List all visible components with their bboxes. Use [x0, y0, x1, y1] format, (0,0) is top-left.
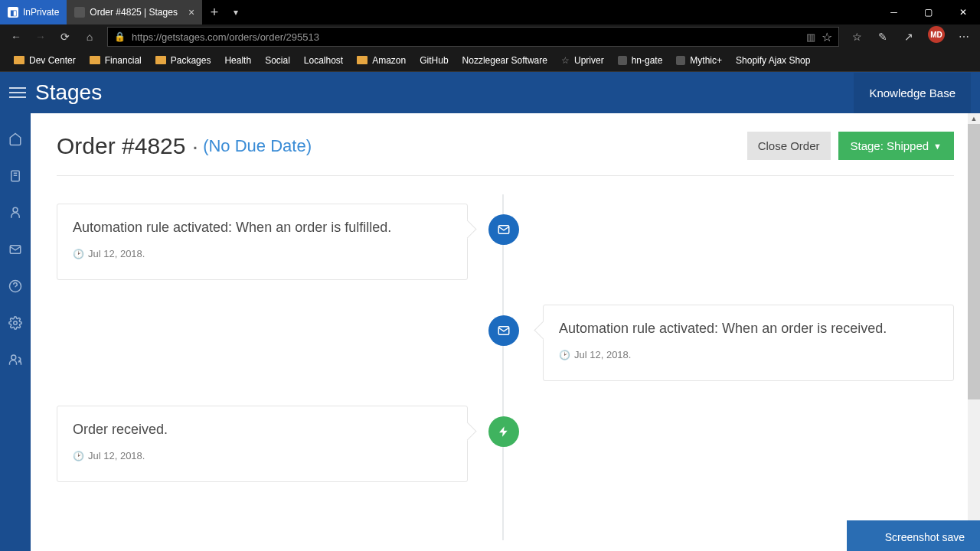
tab-close-icon[interactable]: ×: [188, 6, 194, 18]
bookmark-label: Financial: [105, 55, 142, 66]
minimize-icon[interactable]: ─: [877, 0, 911, 24]
bookmark-hn-gate[interactable]: hn-gate: [612, 51, 669, 70]
sidebar-customers-icon[interactable]: [8, 205, 23, 220]
bookmark-label: Localhost: [304, 55, 343, 66]
sidebar: [0, 113, 31, 551]
browser-navbar: ← → ⟳ ⌂ 🔒 https://getstages.com/orders/o…: [0, 24, 980, 49]
app-title: Stages: [35, 80, 102, 105]
tab-active-title: Order #4825 | Stages: [90, 7, 178, 18]
forward-button[interactable]: →: [29, 26, 52, 47]
refresh-button[interactable]: ⟳: [54, 26, 77, 47]
tab-inprivate-label: InPrivate: [23, 7, 59, 18]
bookmark-shopify[interactable]: Shopify Ajax Shop: [730, 51, 816, 70]
bookmark-social[interactable]: Social: [259, 51, 296, 70]
timeline-card-date: 🕑Jul 12, 2018.: [73, 248, 452, 259]
divider: [57, 175, 954, 176]
hamburger-icon[interactable]: [9, 87, 26, 98]
star-icon: ☆: [561, 55, 570, 66]
app-root: Stages Knowledge Base ▲ Order #4825 ·: [0, 72, 980, 551]
timeline-row: Order received. 🕑Jul 12, 2018.: [57, 406, 954, 482]
folder-icon: [14, 56, 24, 64]
bookmark-dev-center[interactable]: Dev Center: [8, 51, 82, 70]
scroll-up-icon[interactable]: ▲: [968, 113, 980, 124]
address-bar[interactable]: 🔒 https://getstages.com/orders/order/295…: [107, 27, 839, 47]
timeline: Automation rule activated: When an order…: [57, 204, 954, 510]
line-items-section: Line items.: [57, 548, 494, 551]
bookmark-amazon[interactable]: Amazon: [351, 51, 412, 70]
bookmark-label: Dev Center: [29, 55, 76, 66]
bookmark-upriver[interactable]: ☆Upriver: [555, 51, 610, 70]
sections: Line items. Other orders from John Doe.: [57, 548, 954, 551]
bookmark-financial[interactable]: Financial: [83, 51, 148, 70]
clock-icon: 🕑: [559, 350, 570, 360]
svg-point-5: [11, 355, 16, 360]
bookmark-mythic[interactable]: Mythic+: [670, 51, 728, 70]
close-order-button[interactable]: Close Order: [747, 132, 831, 160]
maximize-icon[interactable]: ▢: [911, 0, 946, 24]
stage-dropdown-button[interactable]: Stage: Shipped ▼: [838, 132, 954, 160]
new-tab-button[interactable]: +: [202, 0, 227, 24]
folder-icon: [90, 56, 100, 64]
timeline-date-text: Jul 12, 2018.: [88, 248, 145, 259]
bookmarks-bar: Dev Center Financial Packages Health Soc…: [0, 49, 980, 72]
bookmark-label: Mythic+: [690, 55, 722, 66]
bookmark-label: Upriver: [574, 55, 604, 66]
browser-titlebar: ◧ InPrivate Order #4825 | Stages × + ▾ ─…: [0, 0, 980, 24]
bookmark-label: Nozzlegear Software: [462, 55, 547, 66]
timeline-node-mail-icon: [488, 315, 519, 346]
bookmark-label: Shopify Ajax Shop: [736, 55, 810, 66]
bookmark-health[interactable]: Health: [218, 51, 257, 70]
bookmark-label: Packages: [171, 55, 211, 66]
folder-icon: [357, 56, 368, 64]
favorite-icon[interactable]: ☆: [822, 30, 832, 44]
close-window-icon[interactable]: ✕: [946, 0, 980, 24]
tab-overflow-icon[interactable]: ▾: [227, 0, 245, 24]
sidebar-orders-icon[interactable]: [8, 168, 23, 184]
share-icon[interactable]: ↗: [897, 26, 920, 47]
favorites-icon[interactable]: ☆: [845, 26, 868, 47]
profile-avatar[interactable]: MD: [928, 26, 945, 43]
page-title: Order #4825 ·: [57, 133, 198, 159]
tab-inprivate[interactable]: ◧ InPrivate: [0, 0, 67, 24]
bookmark-nozzlegear[interactable]: Nozzlegear Software: [456, 51, 554, 70]
timeline-card[interactable]: Automation rule activated: When an order…: [57, 204, 468, 280]
back-button[interactable]: ←: [5, 26, 28, 47]
sidebar-settings-icon[interactable]: [8, 315, 23, 331]
scroll-thumb[interactable]: [968, 124, 980, 399]
bookmark-github[interactable]: GitHub: [413, 51, 454, 70]
bookmark-label: Health: [224, 55, 251, 66]
timeline-card-title: Automation rule activated: When an order…: [73, 220, 452, 236]
window-controls: ─ ▢ ✕: [877, 0, 980, 24]
tab-active[interactable]: Order #4825 | Stages ×: [67, 0, 202, 24]
bookmark-localhost[interactable]: Localhost: [298, 51, 349, 70]
notes-icon[interactable]: ✎: [871, 26, 894, 47]
timeline-card-title: Automation rule activated: When an order…: [559, 321, 938, 337]
timeline-node-bolt-icon: [488, 416, 519, 447]
home-button[interactable]: ⌂: [78, 26, 101, 47]
screenshot-toast[interactable]: Screenshot save: [847, 520, 980, 551]
knowledge-base-link[interactable]: Knowledge Base: [854, 73, 971, 113]
timeline-card[interactable]: Order received. 🕑Jul 12, 2018.: [57, 406, 468, 482]
app-header: Stages Knowledge Base: [0, 72, 980, 113]
stage-label: Stage: Shipped: [851, 139, 929, 152]
due-date-link[interactable]: (No Due Date): [203, 136, 312, 156]
scrollbar[interactable]: ▲: [968, 113, 980, 551]
sidebar-users-icon[interactable]: [8, 352, 23, 367]
sidebar-home-icon[interactable]: [8, 132, 23, 147]
order-actions: Close Order Stage: Shipped ▼: [747, 132, 954, 160]
more-icon[interactable]: ⋯: [952, 26, 975, 47]
svg-point-4: [14, 321, 18, 325]
separator: ·: [192, 133, 198, 158]
clock-icon: 🕑: [73, 451, 84, 461]
reader-icon[interactable]: ▥: [806, 31, 815, 43]
inprivate-icon: ◧: [8, 7, 18, 18]
url-text: https://getstages.com/orders/order/29551…: [132, 31, 800, 43]
sidebar-mail-icon[interactable]: [8, 242, 23, 257]
timeline-row: Automation rule activated: When an order…: [57, 305, 954, 381]
timeline-card[interactable]: Automation rule activated: When an order…: [543, 305, 954, 381]
bookmark-packages[interactable]: Packages: [149, 51, 217, 70]
sidebar-help-icon[interactable]: [8, 279, 23, 294]
square-icon: [676, 56, 685, 65]
square-icon: [618, 56, 627, 65]
timeline-date-text: Jul 12, 2018.: [574, 349, 631, 360]
